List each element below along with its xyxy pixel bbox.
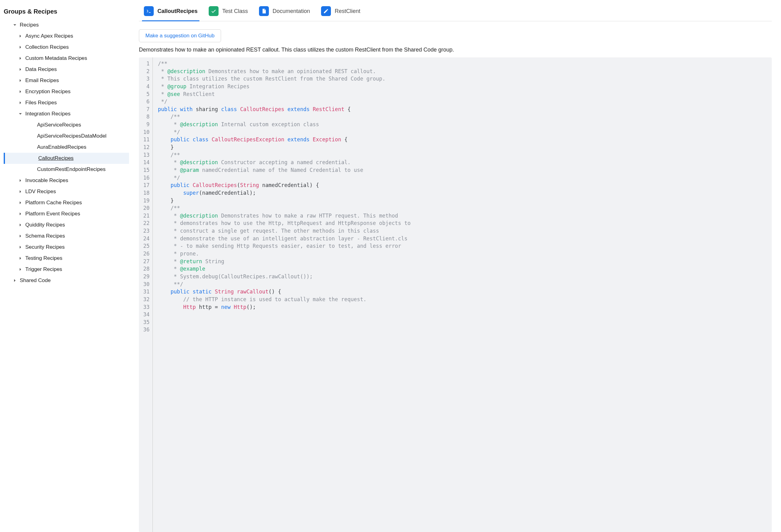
code-line: * @description Demonstrates how to make …: [158, 212, 767, 220]
code-gutter: 1234567891011121314151617181920212223242…: [139, 57, 153, 532]
code-line: /**: [158, 60, 767, 68]
code-line: /**: [158, 204, 767, 212]
tree-item-email-recipes[interactable]: Email Recipes: [4, 75, 129, 86]
tree-item-label: LDV Recipes: [25, 188, 56, 195]
tree-item-label: Platform Event Recipes: [25, 211, 80, 217]
chevron-right-icon[interactable]: [18, 189, 23, 194]
code-line: * @see RestClient: [158, 90, 767, 98]
tree-item-security-recipes[interactable]: Security Recipes: [4, 241, 129, 253]
tree-item-integration-recipes[interactable]: Integration Recipes: [4, 108, 129, 120]
tree-item-label: Collection Recipes: [25, 44, 69, 50]
chevron-right-icon[interactable]: [12, 278, 17, 283]
tab-documentation[interactable]: Documentation: [257, 3, 312, 21]
code-line: /**: [158, 113, 767, 121]
tree-item-label: CalloutRecipes: [38, 155, 74, 162]
tree-item-invocable-recipes[interactable]: Invocable Recipes: [4, 175, 129, 186]
code-line: * @description Constructor accepting a n…: [158, 159, 767, 166]
tree-item-platform-event-recipes[interactable]: Platform Event Recipes: [4, 208, 129, 219]
tree-item-async-apex-recipes[interactable]: Async Apex Recipes: [4, 31, 129, 42]
tree-item-testing-recipes[interactable]: Testing Recipes: [4, 253, 129, 264]
code-line: * @description Internal custom exception…: [158, 121, 767, 128]
chevron-right-icon[interactable]: [18, 100, 23, 105]
tree-item-label: Invocable Recipes: [25, 177, 68, 184]
tree-item-custom-metadata-recipes[interactable]: Custom Metadata Recipes: [4, 53, 129, 64]
tree-item-label: Data Recipes: [25, 66, 57, 73]
doc-icon: [259, 6, 269, 16]
code-line: */: [158, 174, 767, 182]
chevron-right-icon[interactable]: [18, 67, 23, 72]
code-content: /** * @description Demonstrates how to m…: [153, 57, 772, 532]
sidebar: Groups & Recipes RecipesAsync Apex Recip…: [0, 0, 133, 532]
chevron-right-icon[interactable]: [18, 222, 23, 227]
code-line: Http http = new Http();: [158, 303, 767, 311]
tab-label: CalloutRecipes: [157, 8, 198, 14]
chevron-right-icon[interactable]: [18, 267, 23, 272]
tree-item-customrestendpointrecipes[interactable]: CustomRestEndpointRecipes: [4, 164, 129, 175]
chevron-right-icon[interactable]: [18, 245, 23, 250]
tree-item-label: Recipes: [20, 22, 39, 28]
chevron-right-icon[interactable]: [18, 34, 23, 39]
code-line: super(namedCredential);: [158, 189, 767, 197]
tree-item-label: Files Recipes: [25, 100, 57, 106]
code-line: * System.debug(CalloutRecipes.rawCallout…: [158, 273, 767, 280]
tree-item-shared-code[interactable]: Shared Code: [4, 275, 129, 286]
tree-item-files-recipes[interactable]: Files Recipes: [4, 97, 129, 108]
chevron-down-icon[interactable]: [18, 112, 23, 116]
chevron-down-icon[interactable]: [12, 23, 17, 28]
code-line: public static String rawCallout() {: [158, 288, 767, 296]
tree-item-auraenabledrecipes[interactable]: AuraEnabledRecipes: [4, 142, 129, 153]
edit-icon: [321, 6, 331, 16]
tree-item-ldv-recipes[interactable]: LDV Recipes: [4, 186, 129, 197]
tree-item-apiservicerecipesdatamodel[interactable]: ApiServiceRecipesDataModel: [4, 131, 129, 142]
tree-item-quiddity-recipes[interactable]: Quiddity Recipes: [4, 219, 129, 230]
chevron-right-icon[interactable]: [18, 200, 23, 205]
suggest-github-button[interactable]: Make a suggestion on GitHub: [139, 29, 221, 42]
code-line: // the HTTP instance is used to actually…: [158, 296, 767, 303]
class-description: Demonstrates how to make an opinionated …: [139, 45, 772, 57]
chevron-right-icon[interactable]: [18, 234, 23, 238]
code-line: * @group Integration Recipes: [158, 83, 767, 90]
chevron-right-icon[interactable]: [18, 78, 23, 83]
tree-item-label: AuraEnabledRecipes: [37, 144, 86, 150]
tree-item-recipes[interactable]: Recipes: [4, 19, 129, 31]
tree-item-calloutrecipes[interactable]: CalloutRecipes: [4, 153, 129, 164]
code-line: * @param namedCredential name of the Nam…: [158, 166, 767, 174]
tree-item-collection-recipes[interactable]: Collection Recipes: [4, 42, 129, 53]
tab-restclient[interactable]: RestClient: [319, 3, 362, 21]
tree-item-encryption-recipes[interactable]: Encryption Recipes: [4, 86, 129, 97]
sidebar-tree: RecipesAsync Apex RecipesCollection Reci…: [4, 19, 129, 286]
code-line: public CalloutRecipes(String namedCreden…: [158, 181, 767, 189]
tree-item-label: Quiddity Recipes: [25, 222, 65, 228]
code-line: }: [158, 143, 767, 151]
tree-item-label: Encryption Recipes: [25, 89, 70, 95]
tab-label: RestClient: [335, 8, 360, 14]
tree-item-label: Trigger Recipes: [25, 266, 62, 272]
tree-item-label: Email Recipes: [25, 78, 59, 84]
code-line: */: [158, 128, 767, 136]
tree-item-data-recipes[interactable]: Data Recipes: [4, 64, 129, 75]
chevron-right-icon[interactable]: [18, 211, 23, 216]
chevron-right-icon[interactable]: [18, 56, 23, 61]
chevron-right-icon[interactable]: [18, 45, 23, 50]
tree-item-trigger-recipes[interactable]: Trigger Recipes: [4, 264, 129, 275]
tree-item-platform-cache-recipes[interactable]: Platform Cache Recipes: [4, 197, 129, 208]
tab-test-class[interactable]: Test Class: [207, 3, 250, 21]
tree-item-label: CustomRestEndpointRecipes: [37, 166, 106, 173]
code-line: * prone.: [158, 250, 767, 258]
code-line: public with sharing class CalloutRecipes…: [158, 105, 767, 113]
sidebar-title: Groups & Recipes: [4, 6, 129, 19]
tab-calloutrecipes[interactable]: CalloutRecipes: [142, 3, 199, 21]
code-line: * - to make sending Http Requests easier…: [158, 242, 767, 250]
tree-item-schema-recipes[interactable]: Schema Recipes: [4, 230, 129, 241]
code-line: }: [158, 197, 767, 205]
tree-item-label: Platform Cache Recipes: [25, 200, 82, 206]
tree-item-label: Security Recipes: [25, 244, 65, 250]
chevron-right-icon[interactable]: [18, 178, 23, 183]
tree-item-label: Integration Recipes: [25, 111, 70, 117]
tree-item-label: Schema Recipes: [25, 233, 65, 239]
chevron-right-icon[interactable]: [18, 256, 23, 261]
chevron-right-icon[interactable]: [18, 89, 23, 94]
tab-label: Test Class: [222, 8, 248, 14]
tree-item-apiservicerecipes[interactable]: ApiServiceRecipes: [4, 120, 129, 131]
code-block[interactable]: 1234567891011121314151617181920212223242…: [139, 57, 772, 532]
